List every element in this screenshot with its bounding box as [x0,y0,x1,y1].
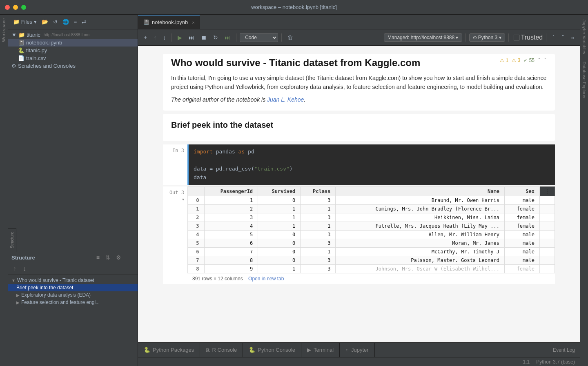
list-button[interactable]: ≡ [72,18,79,26]
folder-expand-icon: ▼ [11,32,17,38]
sidebar: 📁 Files ▾ 📂 ↺ 🌐 ≡ ⇄ ▼ 📁 titanic http://l… [8,15,138,366]
table-row: 2313Heikkinen, Miss. Lainafemale [188,213,555,222]
right-tab-jupyter[interactable]: Jupyter Variables [581,16,587,58]
globe-button[interactable]: 🌐 [61,18,71,26]
files-button[interactable]: 📁 Files ▾ [11,18,38,26]
run-button[interactable]: ▶ [175,33,185,42]
code-cell-3: In 3 import pandas as pd data = pd.read_… [163,144,555,185]
open-in-tab-link[interactable]: Open in new tab [248,276,284,282]
r-console-icon: R [206,347,209,353]
right-tab-db[interactable]: Database Explorer [581,58,587,102]
td-idx-6: 6 [188,248,205,256]
author-link[interactable]: Juan L. Kehoe [267,96,304,103]
td-idx-8: 8 [188,265,205,273]
tree-scratches[interactable]: ⚙ Scratches and Consoles [8,62,138,70]
overflow-button[interactable]: » [568,33,577,42]
td-extra-0 [540,196,555,205]
separator2 [236,33,236,42]
structure-up-button[interactable]: ↑ [11,265,18,273]
close-button[interactable] [5,5,10,10]
restart-button[interactable]: ↻ [211,33,220,42]
trusted-checkbox-area[interactable]: Trusted [514,34,543,41]
structure-side-tab[interactable]: Structure [8,228,16,252]
cell-body-3[interactable]: import pandas as pd data = pd.read_csv("… [187,144,555,185]
in-label-3: In 3 [172,148,184,153]
tab-r-console[interactable]: R R Console [200,343,243,357]
st-item-brief[interactable]: Brief peek into the dataset [8,284,138,291]
refresh-button[interactable]: ↺ [51,18,59,26]
td-pid-4: 5 [204,231,258,239]
tab-jupyter[interactable]: ○ Jupyter [340,343,375,357]
trusted-checkbox[interactable] [514,35,519,40]
td-pid-8: 9 [204,265,258,273]
separator3 [281,33,282,42]
move-up-button[interactable]: ↑ [151,33,159,42]
tab-close-icon[interactable]: × [192,20,194,25]
structure-settings-button[interactable]: ⚙ [114,254,123,261]
st-item-feature[interactable]: ▶ Feature selection and feature engi... [8,299,138,306]
minimize-button[interactable] [13,5,18,10]
st-arrow-icon: ▼ [11,278,16,283]
tab-python-packages[interactable]: 🐍 Python Packages [138,343,200,357]
scroll-down-button[interactable]: ˅ [559,33,567,42]
st-item-root[interactable]: ▼ Who would survive - Titanic dataset [8,277,138,284]
run-all-button[interactable]: ⏭ [186,33,197,42]
window-controls[interactable] [5,5,26,10]
stop-button[interactable]: ⏹ [198,33,209,42]
separator4 [466,33,466,42]
notebook-icon: 📓 [18,40,24,46]
td-pid-0: 1 [204,196,258,205]
df-rows-cols: 891 rows × 12 columns [192,276,243,282]
td-sex-1: female [504,205,539,213]
code-area-3[interactable]: import pandas as pd data = pd.read_csv("… [189,144,555,185]
tree-notebook-ipynb[interactable]: 📓 notebook.ipynb [8,39,138,47]
th-passenger-id: PassengerId [204,187,258,196]
structure-down-button[interactable]: ↓ [21,265,28,273]
structure-close-button[interactable]: — [125,254,134,261]
tab-bar: 📓 notebook.ipynb × [138,15,580,29]
structure-sort2-button[interactable]: ⇅ [104,254,112,261]
notebook-heading: Who would survive - Titanic dataset from… [171,57,420,69]
tree-root-titanic[interactable]: ▼ 📁 titanic http://localhost:8888 from [8,31,138,39]
td-idx-3: 3 [188,222,205,231]
restart-run-button[interactable]: ⏭ [222,33,233,42]
delete-cell-button[interactable]: 🗑 [285,33,296,42]
collapse-button[interactable]: ⇄ [80,18,88,26]
tree-train-csv-label: train.csv [26,55,46,61]
th-menu[interactable]: ⋮ [540,187,555,196]
td-extra-7 [540,256,555,265]
cell-type-dropdown[interactable]: Code Markdown Raw [240,33,278,42]
td-name-8: Johnson, Mrs. Oscar W (Elisabeth Wilhel.… [336,265,505,273]
st-arrow-eda: ▶ [16,293,20,297]
kernel-selector[interactable]: Managed: http://localhost:8888 ▾ [384,33,462,42]
move-down-button[interactable]: ↓ [160,33,168,42]
tree-titanic-py[interactable]: 🐍 titanic.py [8,47,138,54]
bottom-right-area: Event Log [548,347,580,353]
code-line-1: import pandas as pd [194,148,550,156]
structure-sort-button[interactable]: ≡ [95,254,101,261]
st-item-eda[interactable]: ▶ Exploratory data analysis (EDA) [8,291,138,299]
td-extra-8 [540,265,555,273]
warnings-expand-button[interactable]: ˄ [538,57,541,64]
maximize-button[interactable] [21,5,26,10]
folder-icon: 📁 [13,19,20,25]
td-pclass-6: 1 [301,248,336,256]
td-name-4: Allen, Mr. William Henry [336,231,505,239]
tree-badge: http://localhost:8888 from [44,33,89,37]
tree-train-csv[interactable]: 📄 train.csv [8,54,138,62]
td-pclass-4: 3 [301,231,336,239]
tab-python-console[interactable]: 🐍 Python Console [243,343,301,357]
event-log-label[interactable]: Event Log [553,347,575,353]
structure-panel: Structure ≡ ⇅ ⚙ — ↑ ↓ ▼ Who would surviv… [8,252,138,366]
td-name-5: Moran, Mr. James [336,239,505,248]
add-folder-button[interactable]: 📂 [40,18,50,26]
markdown-section2-cell: Brief peek into the dataset [163,114,555,141]
python-kernel-selector[interactable]: ⊙ Python 3 ▾ [469,33,505,42]
scroll-up-button[interactable]: ˄ [550,33,557,42]
tab-terminal[interactable]: ▶ Terminal [301,343,340,357]
markdown-header-cell: Who would survive - Titanic dataset from… [163,54,555,111]
tab-notebook[interactable]: 📓 notebook.ipynb × [138,15,200,29]
add-cell-button[interactable]: + [141,33,149,42]
warnings-collapse-button[interactable]: ˅ [544,57,547,64]
output-collapse-button[interactable]: ▾ [182,197,184,202]
